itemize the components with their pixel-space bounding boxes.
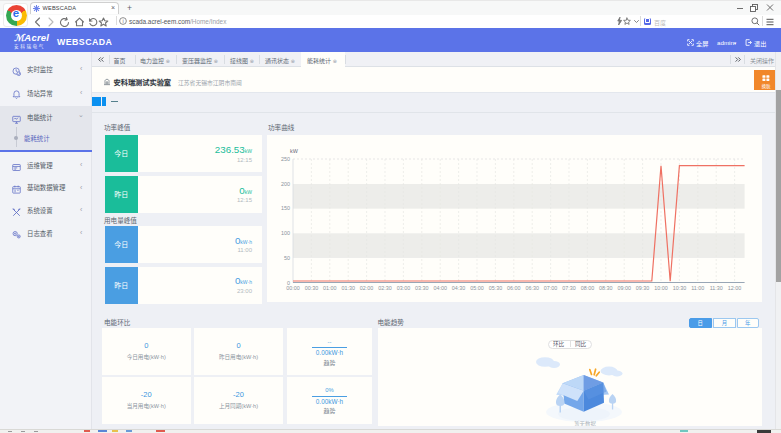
svg-text:03:30: 03:30 [415, 285, 429, 291]
svg-text:08:30: 08:30 [599, 285, 613, 291]
svg-text:05:00: 05:00 [470, 285, 484, 291]
svg-text:150: 150 [281, 205, 290, 211]
svg-text:01:00: 01:00 [323, 285, 337, 291]
svg-text:09:00: 09:00 [617, 285, 631, 291]
svg-text:02:00: 02:00 [360, 285, 374, 291]
svg-text:10:30: 10:30 [673, 285, 687, 291]
svg-text:07:30: 07:30 [562, 285, 576, 291]
svg-text:09:30: 09:30 [636, 285, 650, 291]
svg-text:00:30: 00:30 [305, 285, 319, 291]
svg-text:11:00: 11:00 [691, 285, 704, 291]
svg-text:11:30: 11:30 [710, 285, 723, 291]
svg-text:250: 250 [281, 156, 290, 162]
svg-text:50: 50 [284, 255, 290, 261]
svg-text:07:00: 07:00 [544, 285, 558, 291]
svg-text:kW: kW [290, 148, 299, 154]
svg-text:04:00: 04:00 [433, 285, 447, 291]
svg-text:04:30: 04:30 [452, 285, 466, 291]
svg-text:02:30: 02:30 [378, 285, 392, 291]
svg-text:i: i [122, 18, 123, 24]
svg-text:100: 100 [281, 230, 290, 236]
svg-text:06:30: 06:30 [525, 285, 539, 291]
svg-text:06:00: 06:00 [507, 285, 521, 291]
svg-text:暂无数据: 暂无数据 [574, 420, 596, 427]
svg-text:12:00: 12:00 [728, 285, 742, 291]
svg-text:08:00: 08:00 [581, 285, 595, 291]
svg-text:200: 200 [281, 181, 290, 187]
svg-text:05:30: 05:30 [489, 285, 503, 291]
svg-text:10:00: 10:00 [654, 285, 668, 291]
svg-text:00:00: 00:00 [286, 285, 300, 291]
svg-text:01:30: 01:30 [341, 285, 355, 291]
svg-text:03:00: 03:00 [397, 285, 411, 291]
